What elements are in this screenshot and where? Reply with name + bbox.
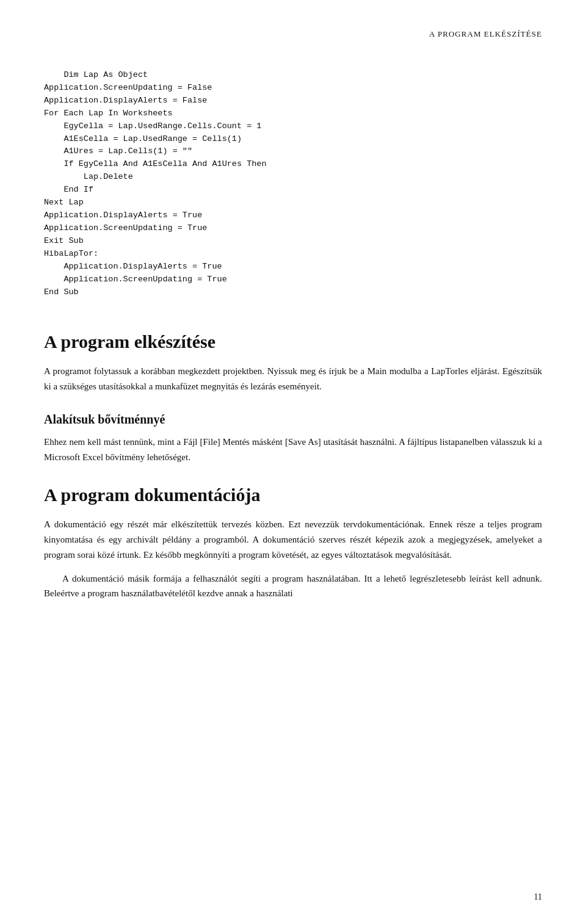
page: A PROGRAM ELKÉSZÍTÉSE Dim Lap As Object … [0,0,586,924]
section3-paragraph1: A dokumentáció egy részét már elkészítet… [44,517,542,562]
section1-paragraph1: A programot folytassuk a korábban megkez… [44,364,542,394]
page-number: 11 [534,892,542,902]
section3-heading: A program dokumentációja [44,484,542,506]
page-header: A PROGRAM ELKÉSZÍTÉSE [44,29,542,39]
code-block: Dim Lap As Object Application.ScreenUpda… [44,56,542,311]
section1-heading: A program elkészítése [44,331,542,353]
section2-paragraph1: Ehhez nem kell mást tennünk, mint a Fájl… [44,435,542,465]
header-title: A PROGRAM ELKÉSZÍTÉSE [429,29,542,39]
section3-paragraph2: A dokumentáció másik formája a felhaszná… [44,571,542,602]
section2-heading: Alakítsuk bővítménnyé [44,411,542,427]
code-content: Dim Lap As Object Application.ScreenUpda… [44,70,267,297]
